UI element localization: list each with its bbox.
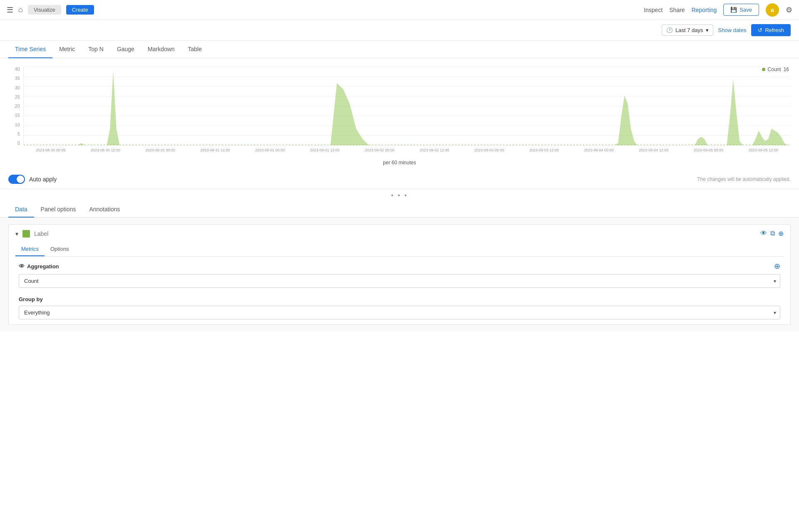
autoapply-toggle[interactable] (8, 175, 25, 184)
group-by-select-wrapper: Everything Field Custom ▾ (19, 306, 780, 319)
time-picker[interactable]: 🕐 Last 7 days ▾ (662, 25, 713, 36)
reporting-link[interactable]: Reporting (692, 7, 717, 13)
add-aggregation-icon[interactable]: ⊕ (774, 262, 780, 271)
svg-marker-0 (100, 71, 126, 145)
save-label: Save (739, 7, 752, 13)
refresh-icon: ↺ (758, 27, 762, 33)
toggle-knob (17, 176, 24, 183)
svg-marker-2 (324, 83, 382, 145)
data-row-header: ▾ 👁 ⧉ ⊕ (15, 230, 784, 238)
copy-icon[interactable]: ⧉ (770, 230, 775, 238)
aggregation-header: 👁 Aggregation ⊕ (19, 262, 780, 271)
per-label: per 60 minutes (8, 160, 791, 166)
tab-panel-options[interactable]: Panel options (34, 202, 83, 218)
nav-right: Inspect Share Reporting 💾 Save a ⚙ (644, 3, 792, 17)
data-row-card: ▾ 👁 ⧉ ⊕ Metrics Options 👁 Aggregation ⊕ (8, 224, 791, 325)
tab-table[interactable]: Table (181, 41, 208, 58)
chart-container: Count 16 40 35 30 25 20 15 10 5 0 (0, 58, 799, 170)
chart-svg (24, 67, 791, 145)
chart-type-tabs: Time Series Metric Top N Gauge Markdown … (0, 41, 799, 58)
aggregation-eye-icon[interactable]: 👁 (19, 263, 25, 270)
color-swatch[interactable] (22, 230, 30, 238)
create-button[interactable]: Create (66, 5, 94, 15)
tab-metric[interactable]: Metric (52, 41, 82, 58)
aggregation-section: 👁 Aggregation ⊕ Count Average Sum Min Ma… (15, 257, 784, 293)
visualize-button[interactable]: Visualize (28, 5, 61, 15)
refresh-button[interactable]: ↺ Refresh (751, 24, 791, 36)
svg-marker-5 (724, 79, 743, 145)
chart-xaxis: 2023-08-30 00:00 2023-08-30 12:00 2023-0… (23, 146, 791, 158)
chart-yaxis: 40 35 30 25 20 15 10 5 0 (8, 67, 22, 146)
group-by-section: Group by Everything Field Custom ▾ (15, 293, 784, 319)
visibility-icon[interactable]: 👁 (760, 230, 767, 238)
svg-marker-4 (695, 137, 708, 145)
toolbar-row: 🕐 Last 7 days ▾ Show dates ↺ Refresh (0, 20, 799, 41)
autoapply-label: Auto apply (29, 176, 57, 183)
aggregation-title: 👁 Aggregation (19, 263, 59, 270)
tab-annotations[interactable]: Annotations (82, 202, 127, 218)
panel-content: ▾ 👁 ⧉ ⊕ Metrics Options 👁 Aggregation ⊕ (0, 218, 799, 332)
refresh-label: Refresh (765, 27, 784, 33)
tab-data[interactable]: Data (8, 202, 34, 218)
collapse-icon[interactable]: ▾ (15, 230, 18, 237)
group-by-label: Group by (19, 296, 780, 302)
dropdown-arrow-icon: ▾ (706, 27, 709, 33)
inspect-link[interactable]: Inspect (644, 7, 663, 13)
card-tab-options[interactable]: Options (45, 242, 75, 256)
label-input[interactable] (34, 230, 756, 237)
drag-handle[interactable]: • • • (0, 189, 799, 202)
save-icon: 💾 (730, 7, 737, 13)
autoapply-left: Auto apply (8, 175, 57, 184)
tab-top-n[interactable]: Top N (82, 41, 110, 58)
chart-inner: 40 35 30 25 20 15 10 5 0 (8, 67, 791, 158)
time-range-label: Last 7 days (675, 27, 703, 33)
share-link[interactable]: Share (669, 7, 685, 13)
save-button[interactable]: 💾 Save (723, 4, 759, 16)
clock-icon: 🕐 (666, 27, 673, 33)
autoapply-row: Auto apply The changes will be automatic… (0, 170, 799, 189)
settings-icon[interactable]: ⚙ (786, 5, 792, 15)
card-tab-metrics[interactable]: Metrics (15, 242, 45, 256)
svg-marker-6 (752, 129, 787, 145)
sub-tabs: Data Panel options Annotations (0, 202, 799, 218)
card-tabs: Metrics Options (15, 242, 784, 257)
show-dates-button[interactable]: Show dates (718, 27, 747, 33)
svg-marker-3 (615, 96, 647, 145)
top-nav: ☰ ⌂ Visualize Create Inspect Share Repor… (0, 0, 799, 20)
aggregation-select-wrapper: Count Average Sum Min Max ▾ (19, 274, 780, 288)
tab-markdown[interactable]: Markdown (141, 41, 181, 58)
aggregation-select[interactable]: Count Average Sum Min Max (19, 274, 780, 288)
autoapply-hint: The changes will be automatically applie… (697, 176, 791, 182)
add-series-icon[interactable]: ⊕ (778, 230, 784, 238)
tab-time-series[interactable]: Time Series (8, 41, 52, 58)
row-actions: 👁 ⧉ ⊕ (760, 230, 784, 238)
avatar[interactable]: a (766, 3, 779, 17)
chart-plot-area (23, 67, 791, 146)
hamburger-icon[interactable]: ☰ (7, 5, 13, 15)
tab-gauge[interactable]: Gauge (110, 41, 141, 58)
home-icon[interactable]: ⌂ (18, 5, 23, 14)
aggregation-label: Aggregation (27, 263, 59, 270)
group-by-select[interactable]: Everything Field Custom (19, 306, 780, 319)
